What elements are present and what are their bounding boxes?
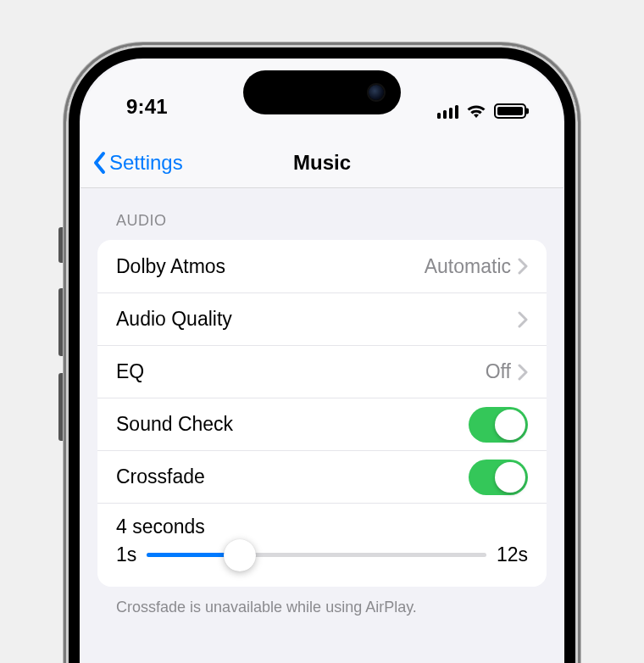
row-label: Crossfade <box>116 465 469 488</box>
row-sound-check: Sound Check <box>97 398 547 450</box>
row-eq[interactable]: EQ Off <box>97 345 547 398</box>
status-time: 9:41 <box>126 95 168 119</box>
row-dolby-atmos[interactable]: Dolby Atmos Automatic <box>97 240 547 292</box>
page-title: Music <box>293 151 351 175</box>
slider-max-label: 12s <box>497 543 528 566</box>
battery-icon <box>494 103 526 119</box>
row-crossfade: Crossfade <box>97 450 547 503</box>
row-value: Off <box>486 360 511 383</box>
chevron-right-icon <box>518 258 528 275</box>
back-button[interactable]: Settings <box>92 151 293 175</box>
cellular-icon <box>437 104 459 119</box>
row-label: Audio Quality <box>116 308 518 331</box>
crossfade-current-value: 4 seconds <box>116 515 528 538</box>
audio-settings-group: Dolby Atmos Automatic Audio Quality EQ O… <box>97 240 547 587</box>
section-header-audio: AUDIO <box>97 188 547 240</box>
row-label: Sound Check <box>116 413 469 436</box>
screen: 9:41 <box>80 59 564 663</box>
crossfade-toggle[interactable] <box>469 460 528 495</box>
chevron-right-icon <box>518 311 528 328</box>
crossfade-slider[interactable] <box>147 553 486 557</box>
sound-check-toggle[interactable] <box>469 407 528 443</box>
wifi-icon <box>466 103 486 119</box>
section-footer: Crossfade is unavailable while using Air… <box>97 587 547 616</box>
slider-min-label: 1s <box>116 543 136 566</box>
row-audio-quality[interactable]: Audio Quality <box>97 292 547 345</box>
chevron-right-icon <box>518 364 528 381</box>
back-label: Settings <box>109 151 183 175</box>
row-label: EQ <box>116 360 486 383</box>
chevron-left-icon <box>92 151 108 175</box>
row-value: Automatic <box>425 255 511 278</box>
slider-thumb[interactable] <box>224 539 256 571</box>
dynamic-island <box>243 70 401 114</box>
navigation-bar: Settings Music <box>80 137 564 188</box>
row-crossfade-slider: 4 seconds 1s 12s <box>97 503 547 587</box>
iphone-frame: 9:41 <box>64 42 580 663</box>
row-label: Dolby Atmos <box>116 255 425 278</box>
